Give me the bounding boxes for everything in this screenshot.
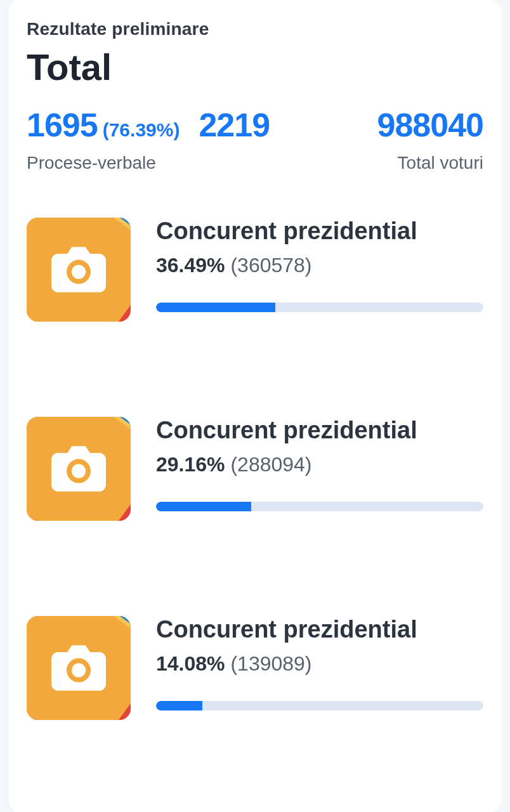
candidate-progress-fill (156, 502, 251, 511)
summary-labels: Procese-verbale Total voturi (27, 153, 483, 173)
candidate-info: Concurent prezidential 29.16% (288094) (156, 417, 483, 511)
candidate-info: Concurent prezidential 14.08% (139089) (156, 616, 483, 710)
candidate-votes: (139089) (230, 652, 311, 675)
candidate-info: Concurent prezidential 36.49% (360578) (156, 218, 483, 312)
camera-icon (51, 446, 106, 492)
processed-percent: (76.39%) (103, 119, 180, 141)
expected-count: 2219 (199, 106, 270, 144)
candidate-row: Concurent prezidential 14.08% (139089) (27, 616, 483, 720)
camera-icon (51, 247, 106, 292)
candidate-progress (156, 502, 483, 511)
candidate-name: Concurent prezidential (156, 218, 483, 245)
candidate-progress (156, 701, 483, 710)
candidate-progress-fill (156, 701, 202, 710)
candidate-avatar (27, 218, 131, 322)
candidate-percent: 36.49% (156, 254, 225, 277)
candidate-list: Concurent prezidential 36.49% (360578) (27, 218, 483, 720)
candidate-row: Concurent prezidential 36.49% (360578) (27, 218, 483, 322)
results-card: Rezultate preliminare Total 1695 (76.39%… (9, 0, 501, 812)
camera-icon (51, 645, 106, 691)
candidate-stats: 36.49% (360578) (156, 254, 483, 277)
summary-stats: 1695 (76.39%) 2219 988040 (27, 106, 483, 144)
processed-count: 1695 (27, 106, 98, 144)
candidate-progress (156, 303, 483, 312)
candidate-row: Concurent prezidential 29.16% (288094) (27, 417, 483, 521)
candidate-avatar (27, 616, 131, 720)
candidate-stats: 14.08% (139089) (156, 652, 483, 676)
label-procese-verbale: Procese-verbale (27, 153, 156, 173)
total-votes: 988040 (377, 106, 483, 144)
candidate-name: Concurent prezidential (156, 417, 483, 444)
candidate-percent: 29.16% (156, 453, 225, 476)
candidate-votes: (360578) (230, 254, 311, 277)
candidate-name: Concurent prezidential (156, 616, 483, 643)
label-total-voturi: Total voturi (398, 153, 483, 173)
candidate-stats: 29.16% (288094) (156, 453, 483, 476)
candidate-votes: (288094) (230, 453, 311, 476)
candidate-progress-fill (156, 303, 275, 312)
page-subtitle: Rezultate preliminare (27, 19, 483, 39)
candidate-percent: 14.08% (156, 652, 225, 675)
page-title: Total (27, 46, 483, 88)
candidate-avatar (27, 417, 131, 521)
